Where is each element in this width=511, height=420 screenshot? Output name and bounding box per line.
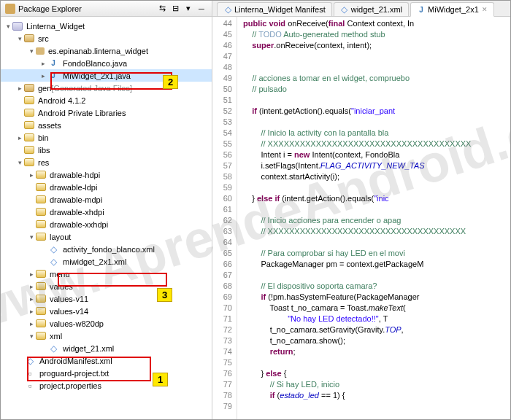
code-line[interactable]: Toast t_no_camara = Toast.makeText( [243, 303, 510, 314]
code-line[interactable] [243, 182, 510, 193]
code-line[interactable]: if (estado_led == 1) { [243, 390, 510, 401]
tree-row[interactable]: Android 4.1.2 [1, 94, 212, 106]
code-line[interactable]: // El dispositivo soporta camara? [243, 281, 510, 292]
code-line[interactable]: // pulsado [243, 84, 510, 95]
tree-row[interactable]: ▾Linterna_Widget [1, 20, 212, 32]
tree-row[interactable]: drawable-mdpi [1, 193, 212, 206]
code-line[interactable]: // Inicio la activity con la pantalla bl… [243, 128, 510, 139]
twisty-icon[interactable]: ▸ [27, 171, 36, 179]
code-line[interactable] [243, 62, 510, 73]
code-editor[interactable]: 4445464748495051525354555657585960616263… [212, 17, 510, 419]
twisty-icon[interactable]: ▸ [27, 319, 36, 328]
code-line[interactable]: } else if (intent.getAction().equals("in… [243, 193, 510, 204]
code-line[interactable]: if (intent.getAction().equals("iniciar_p… [243, 106, 510, 117]
tree-row[interactable]: project.properties [1, 379, 212, 392]
tree-row[interactable]: ▸values [1, 280, 212, 292]
twisty-icon[interactable]: ▾ [27, 47, 36, 55]
tree-row[interactable]: ▸FondoBlanco.java [1, 57, 212, 69]
editor-tab[interactable]: MiWidget_2x1✕ [410, 2, 494, 17]
tree-row[interactable]: ▸values-v11 [1, 292, 212, 305]
code-line[interactable]: // acciones a tomar en el widget, compru… [243, 73, 510, 84]
code-line[interactable]: return; [243, 346, 510, 357]
twisty-icon[interactable]: ▸ [39, 71, 47, 80]
tree-row[interactable]: Android Private Libraries [1, 106, 212, 119]
code-line[interactable] [243, 204, 510, 215]
editor-tab[interactable]: widget_21.xml [334, 2, 409, 16]
twisty-icon[interactable]: ▸ [15, 84, 24, 93]
tree-row[interactable]: ▸gen [Generated Java Files] [1, 82, 212, 94]
tree-row[interactable]: ▾layout [1, 230, 212, 243]
code-line[interactable] [243, 357, 510, 368]
collapse-all-icon[interactable]: ⊟ [169, 3, 181, 15]
code-line[interactable] [243, 401, 510, 412]
tree-row[interactable]: AndroidManifest.xml [1, 354, 212, 367]
view-menu-icon[interactable]: ▾ [182, 3, 194, 15]
tree-row[interactable]: ▾src [1, 32, 212, 44]
tree-row[interactable]: ▸MiWidget_2x1.java [1, 69, 212, 82]
code-line[interactable]: t_no_camara.show(); [243, 335, 510, 346]
code-line[interactable]: } else { [243, 368, 510, 379]
tree-row[interactable]: drawable-xhdpi [1, 206, 212, 218]
code-line[interactable]: i.setFlags(Intent.FLAG_ACTIVITY_NEW_TAS [243, 160, 510, 171]
code-line[interactable]: // Inicio acciones para encender o apag [243, 215, 510, 226]
tree-row[interactable]: ▸drawable-hdpi [1, 168, 212, 181]
code-line[interactable]: t_no_camara.setGravity(Gravity.TOP, [243, 324, 510, 335]
code-line[interactable]: super.onReceive(context, intent); [243, 40, 510, 51]
code-line[interactable]: PackageManager pm = context.getPackageM [243, 259, 510, 270]
code-line[interactable]: context.startActivity(i); [243, 171, 510, 182]
code-line[interactable]: // XXXXXXXXXXXXXXXXXXXXXXXXXXXXXXXXXXXXX… [243, 139, 510, 149]
close-icon[interactable]: ✕ [482, 6, 488, 13]
code-line[interactable]: Intent i = new Intent(context, FondoBla [243, 149, 510, 160]
code-line[interactable]: public void onReceive(final Context cont… [243, 18, 510, 29]
tree-row[interactable]: drawable-ldpi [1, 181, 212, 193]
tree-row[interactable]: widget_21.xml [1, 342, 212, 354]
twisty-icon [15, 369, 24, 378]
line-number: 49 [214, 73, 232, 84]
twisty-icon[interactable]: ▸ [27, 270, 36, 279]
editor-tab[interactable]: Linterna_Widget Manifest [217, 2, 332, 16]
code-line[interactable]: // Si hay LED, inicio [243, 379, 510, 390]
twisty-icon[interactable]: ▸ [39, 59, 47, 68]
code-line[interactable]: // XXXXXXXXXXXXXXXXXXXXXXXXXXXXXXXXXXXXX [243, 226, 510, 237]
tree-label: es.epinanab.linterna_widget [47, 47, 148, 55]
twisty-icon[interactable]: ▾ [15, 34, 24, 43]
tree-row[interactable]: miwidget_2x1.xml [1, 255, 212, 268]
tree-row[interactable]: ▸bin [1, 131, 212, 144]
code-line[interactable] [243, 237, 510, 248]
code-line[interactable] [243, 270, 510, 281]
tab-label: MiWidget_2x1 [428, 5, 479, 14]
tree-row[interactable]: ▾res [1, 156, 212, 168]
code-line[interactable]: "No hay LED detectado!!", T [243, 314, 510, 324]
tree-row[interactable]: libs [1, 144, 212, 156]
twisty-icon[interactable]: ▸ [27, 295, 36, 303]
tree-label: activity_fondo_blanco.xml [61, 245, 155, 254]
tree-row[interactable]: activity_fondo_blanco.xml [1, 243, 212, 255]
twisty-icon [27, 220, 36, 229]
project-tree[interactable]: ▾Linterna_Widget▾src▾es.epinanab.lintern… [1, 17, 212, 419]
minimize-icon[interactable]: ─ [196, 3, 207, 15]
twisty-icon[interactable]: ▾ [27, 332, 36, 341]
twisty-icon[interactable]: ▾ [27, 233, 36, 241]
code-line[interactable]: // Para comprobar si hay LED en el movi [243, 248, 510, 259]
twisty-icon[interactable]: ▸ [27, 282, 36, 291]
tree-row[interactable]: assets [1, 119, 212, 131]
folder-open-icon [36, 233, 46, 241]
tree-row[interactable]: ▸values-v14 [1, 305, 212, 317]
code-line[interactable]: if (!pm.hasSystemFeature(PackageManager [243, 292, 510, 303]
code-content[interactable]: public void onReceive(final Context cont… [237, 17, 510, 419]
twisty-icon[interactable]: ▸ [27, 307, 36, 316]
tree-row[interactable]: ▸values-w820dp [1, 317, 212, 330]
twisty-icon[interactable]: ▸ [15, 133, 24, 142]
twisty-icon[interactable]: ▾ [15, 158, 24, 167]
tree-row[interactable]: ▸menu [1, 268, 212, 280]
tree-row[interactable]: ▾xml [1, 330, 212, 342]
code-line[interactable] [243, 95, 510, 106]
tree-row[interactable]: ▾es.epinanab.linterna_widget [1, 44, 212, 57]
code-line[interactable]: // TODO Auto-generated method stub [243, 29, 510, 40]
tree-row[interactable]: drawable-xxhdpi [1, 218, 212, 230]
twisty-icon[interactable]: ▾ [4, 22, 12, 31]
code-line[interactable] [243, 117, 510, 128]
link-editor-icon[interactable]: ⇆ [156, 3, 168, 15]
code-line[interactable] [243, 51, 510, 62]
tree-row[interactable]: proguard-project.txt [1, 367, 212, 379]
